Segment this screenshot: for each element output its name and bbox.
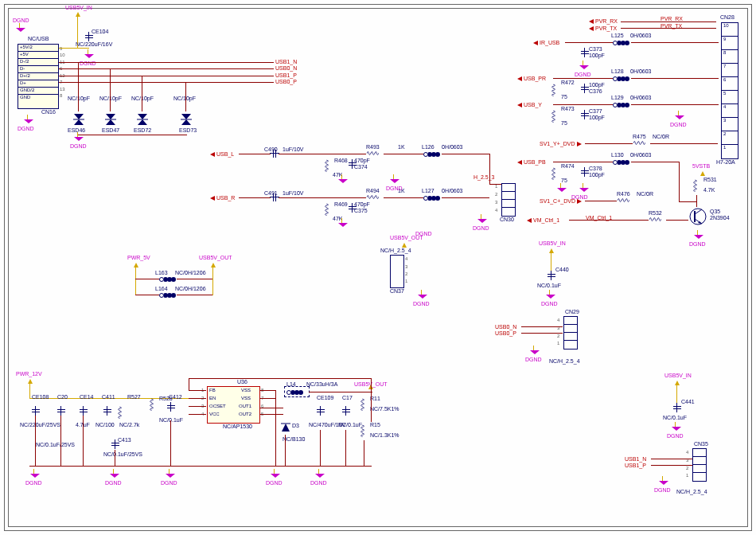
port-usb-r: USB_R — [216, 195, 235, 201]
cn28: 10 9 8 7 6 5 4 3 2 1 — [721, 22, 738, 159]
svg-marker-0 — [74, 114, 84, 119]
net-usb0n: USB0_N — [275, 65, 297, 71]
port-usb-l: USB_L — [216, 151, 234, 157]
esd46 — [72, 111, 86, 126]
net-usb1p: USB1_P — [275, 72, 297, 78]
esd72 — [135, 111, 150, 126]
usb5v-in-label: USB5V_IN — [65, 5, 92, 10]
cn16-label: NC/USB — [28, 36, 49, 41]
svg-point-12 — [690, 209, 706, 225]
cn16: +5V/2 +5V D-/2 D- D+/2 D+ GND/2 GND — [18, 44, 59, 109]
svg-line-14 — [695, 209, 702, 214]
gnd-label: DGND — [18, 126, 34, 131]
c441 — [673, 403, 681, 412]
pwr-arrow — [76, 12, 80, 17]
cn30 — [501, 183, 516, 217]
d3 — [280, 420, 291, 435]
svg-marker-10 — [181, 119, 191, 125]
gnd — [24, 119, 33, 123]
net-usb1n: USB1_N — [275, 59, 297, 64]
svg-marker-3 — [106, 114, 115, 119]
net-usb0p: USB0_P — [275, 79, 297, 84]
q35 — [688, 207, 707, 226]
inner-border — [8, 8, 748, 527]
svg-marker-17 — [282, 424, 290, 432]
gnd — [16, 28, 25, 31]
cn35 — [692, 448, 707, 482]
svg-marker-9 — [181, 114, 191, 119]
cn16-ref: CN16 — [41, 109, 56, 115]
esd47 — [103, 111, 118, 126]
c440 — [548, 271, 555, 280]
esd73 — [179, 111, 193, 126]
cn29 — [563, 316, 578, 350]
svg-marker-4 — [106, 119, 115, 125]
cn37 — [390, 255, 404, 288]
svg-marker-1 — [74, 119, 84, 125]
svg-marker-6 — [138, 114, 147, 119]
svg-marker-7 — [138, 119, 147, 125]
gnd — [84, 54, 94, 57]
